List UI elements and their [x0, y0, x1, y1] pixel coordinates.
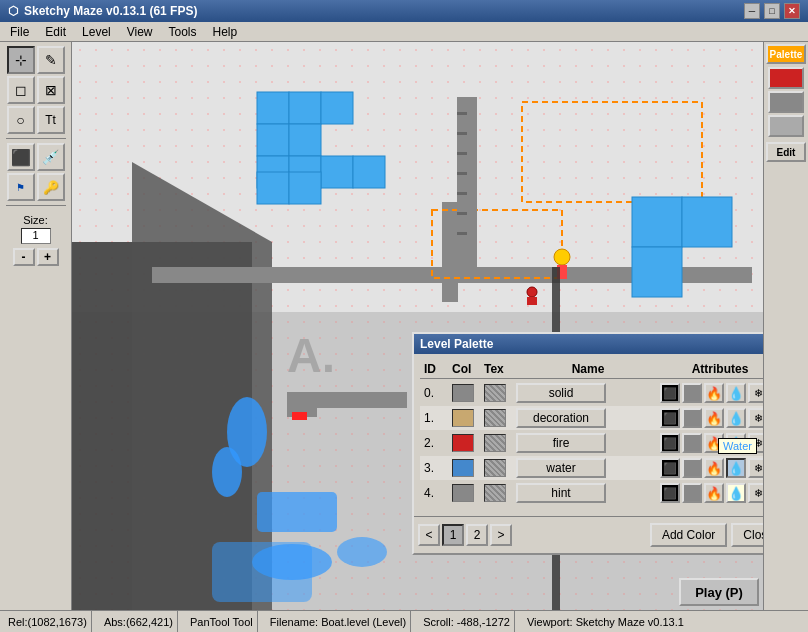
row-color-water[interactable] — [452, 459, 474, 477]
add-color-button[interactable]: Add Color — [650, 523, 727, 547]
attr-water-decoration[interactable]: 💧 — [726, 408, 746, 428]
row-color-decoration[interactable] — [452, 409, 474, 427]
dialog-title-bar[interactable]: Level Palette ✕ — [414, 334, 763, 354]
select-tool-button[interactable]: ⊹ — [7, 46, 35, 74]
row-id-solid: 0. — [424, 386, 452, 400]
close-dialog-button[interactable]: Close — [731, 523, 763, 547]
svg-point-32 — [554, 249, 570, 265]
key-tool-button[interactable]: 🔑 — [37, 173, 65, 201]
row-name-decoration[interactable]: decoration — [516, 408, 606, 428]
svg-rect-14 — [321, 156, 353, 188]
play-button[interactable]: Play (P) — [679, 578, 759, 606]
size-decrease-button[interactable]: - — [13, 248, 35, 266]
palette-button[interactable]: Palette — [766, 44, 806, 64]
page-2-button[interactable]: 2 — [466, 524, 488, 546]
attr-fire-solid[interactable]: 🔥 — [704, 383, 724, 403]
attr-gray-decoration[interactable] — [682, 408, 702, 428]
palette-color-red[interactable] — [768, 67, 804, 89]
menu-help[interactable]: Help — [205, 23, 246, 41]
row-tex-fire[interactable] — [484, 434, 506, 452]
row-tex-water[interactable] — [484, 459, 506, 477]
palette-color-gray[interactable] — [768, 91, 804, 113]
attr-snow-fire[interactable]: ❄ — [748, 433, 763, 453]
title-bar-left: ⬡ Sketchy Maze v0.13.1 (61 FPS) — [8, 4, 197, 18]
attr-water-solid[interactable]: 💧 — [726, 383, 746, 403]
tool-row-4: ⬛ 💉 — [7, 143, 65, 171]
link-tool-button[interactable]: ⚑ — [7, 173, 35, 201]
eyedropper-tool-button[interactable]: 💉 — [37, 143, 65, 171]
fill-tool-button[interactable]: ⬛ — [7, 143, 35, 171]
row-color-solid[interactable] — [452, 384, 474, 402]
svg-rect-10 — [257, 124, 289, 156]
nav-prev-button[interactable]: < — [418, 524, 440, 546]
menu-edit[interactable]: Edit — [37, 23, 74, 41]
attr-snow-water[interactable]: ❄ — [748, 458, 763, 478]
close-button[interactable]: ✕ — [784, 3, 800, 19]
row-attrs-hint: ⬛ 🔥 💧 ❄ — [660, 483, 763, 503]
menu-file[interactable]: File — [2, 23, 37, 41]
minimize-button[interactable]: ─ — [744, 3, 760, 19]
attr-black-1-decoration[interactable]: ⬛ — [660, 408, 680, 428]
attr-black-1-hint[interactable]: ⬛ — [660, 483, 680, 503]
row-name-solid[interactable]: solid — [516, 383, 606, 403]
attr-black-1-fire[interactable]: ⬛ — [660, 433, 680, 453]
shape-tool-button[interactable]: ○ — [7, 106, 35, 134]
dialog-footer: < 1 2 > Add Color Close — [414, 516, 763, 553]
attr-black-1-water[interactable]: ⬛ — [660, 458, 680, 478]
size-controls: - + — [13, 248, 59, 266]
maximize-button[interactable]: □ — [764, 3, 780, 19]
move-tool-button[interactable]: ⊠ — [37, 76, 65, 104]
palette-row-water: 3. water ⬛ 🔥 💧 Water ❄ — [420, 456, 763, 480]
dialog-title: Level Palette — [420, 337, 493, 351]
status-abs: Abs:(662,421) — [100, 611, 178, 632]
attr-water-water[interactable]: 💧 Water — [726, 458, 746, 478]
menu-view[interactable]: View — [119, 23, 161, 41]
page-1-button[interactable]: 1 — [442, 524, 464, 546]
attr-fire-decoration[interactable]: 🔥 — [704, 408, 724, 428]
header-name: Name — [516, 362, 660, 376]
attr-black-1-solid[interactable]: ⬛ — [660, 383, 680, 403]
svg-rect-30 — [632, 247, 682, 297]
size-value: 1 — [21, 228, 51, 244]
svg-rect-16 — [257, 172, 289, 204]
palette-row-solid: 0. solid ⬛ 🔥 💧 ❄ — [420, 381, 763, 405]
row-tex-solid[interactable] — [484, 384, 506, 402]
eraser-tool-button[interactable]: ◻ — [7, 76, 35, 104]
tool-divider-1 — [6, 138, 66, 139]
attr-water-fire[interactable]: 💧 — [726, 433, 746, 453]
attr-snow-decoration[interactable]: ❄ — [748, 408, 763, 428]
menu-tools[interactable]: Tools — [161, 23, 205, 41]
row-tex-decoration[interactable] — [484, 409, 506, 427]
attr-fire-water[interactable]: 🔥 — [704, 458, 724, 478]
menu-level[interactable]: Level — [74, 23, 119, 41]
edit-button[interactable]: Edit — [766, 142, 806, 162]
attr-gray-fire[interactable] — [682, 433, 702, 453]
row-name-water[interactable]: water — [516, 458, 606, 478]
attr-snow-hint[interactable]: ❄ — [748, 483, 763, 503]
svg-rect-17 — [289, 172, 321, 204]
row-name-fire[interactable]: fire — [516, 433, 606, 453]
pencil-tool-button[interactable]: ✎ — [37, 46, 65, 74]
attr-fire-hint[interactable]: 🔥 — [704, 483, 724, 503]
attr-gray-water[interactable] — [682, 458, 702, 478]
attr-snow-solid[interactable]: ❄ — [748, 383, 763, 403]
nav-next-button[interactable]: > — [490, 524, 512, 546]
attr-water-hint[interactable]: 💧 — [726, 483, 746, 503]
dialog-content: ID Col Tex Name Attributes 0. solid ⬛ 🔥 — [414, 354, 763, 512]
svg-text:A.: A. — [287, 329, 335, 382]
attr-gray-hint[interactable] — [682, 483, 702, 503]
main-area: ⊹ ✎ ◻ ⊠ ○ Tt ⬛ 💉 ⚑ 🔑 Size: 1 - + — [0, 42, 808, 610]
svg-rect-48 — [292, 412, 307, 420]
attr-gray-solid[interactable] — [682, 383, 702, 403]
canvas-area[interactable]: A. Level Palette ✕ ID — [72, 42, 763, 610]
size-increase-button[interactable]: + — [37, 248, 59, 266]
row-tex-hint[interactable] — [484, 484, 506, 502]
svg-rect-9 — [321, 92, 353, 124]
row-name-hint[interactable]: hint — [516, 483, 606, 503]
text-tool-button[interactable]: Tt — [37, 106, 65, 134]
row-color-hint[interactable] — [452, 484, 474, 502]
status-bar: Rel:(1082,1673) Abs:(662,421) PanTool To… — [0, 610, 808, 632]
row-color-fire[interactable] — [452, 434, 474, 452]
palette-color-lightgray[interactable] — [768, 115, 804, 137]
attr-fire-fire[interactable]: 🔥 — [704, 433, 724, 453]
